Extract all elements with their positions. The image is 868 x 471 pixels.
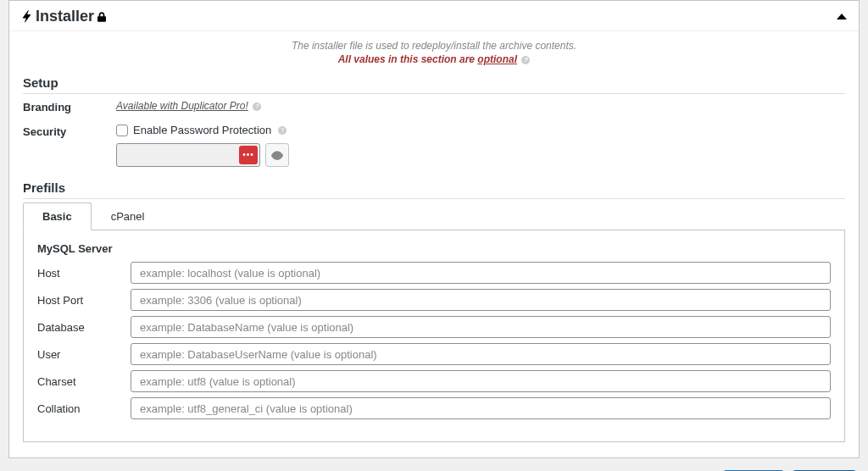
label-database: Database (37, 321, 131, 334)
password-toggle-visibility-button[interactable] (265, 143, 289, 167)
tab-cpanel[interactable]: cPanel (92, 202, 164, 230)
branding-label: Branding (23, 99, 116, 114)
prefills-tabs: Basic cPanel (23, 202, 845, 230)
security-row: Security Enable Password Protection ? ••… (23, 119, 845, 172)
label-host: Host (37, 267, 131, 280)
help-icon[interactable]: ? (253, 103, 261, 111)
dots-icon: ••• (242, 151, 254, 159)
panel-body: The installer file is used to redeploy/i… (9, 31, 859, 457)
eye-icon (271, 149, 283, 161)
security-value-wrap: Enable Password Protection ? ••• (116, 124, 845, 167)
help-icon[interactable]: ? (521, 56, 530, 64)
branding-row: Branding Available with Duplicator Pro! … (23, 94, 845, 119)
mysql-heading: MySQL Server (37, 242, 831, 255)
security-label: Security (23, 124, 116, 138)
panel-title: Installer (36, 8, 94, 25)
help-icon[interactable]: ? (278, 126, 287, 135)
footer-actions: Reset Next (0, 458, 868, 471)
collapse-caret-icon[interactable] (837, 14, 847, 19)
input-database[interactable] (131, 316, 831, 338)
info-text-2: All values in this section are optional … (23, 53, 845, 65)
lock-icon (97, 12, 106, 22)
row-collation: Collation (37, 397, 831, 419)
row-host: Host (37, 262, 831, 284)
panel-header[interactable]: Installer (9, 1, 859, 31)
input-user[interactable] (131, 343, 831, 365)
label-collation: Collation (37, 402, 131, 415)
branding-value-wrap: Available with Duplicator Pro! ? (116, 99, 845, 112)
enable-password-checkbox[interactable] (116, 125, 128, 136)
input-charset[interactable] (131, 370, 831, 392)
row-charset: Charset (37, 370, 831, 392)
branding-pro-link[interactable]: Available with Duplicator Pro! (116, 100, 248, 112)
panel-title-wrap: Installer (21, 8, 106, 25)
installer-panel: Installer The installer file is used to … (8, 0, 860, 458)
label-charset: Charset (37, 375, 131, 388)
row-user: User (37, 343, 831, 365)
tab-content-basic: MySQL Server Host Host Port Database Use… (23, 230, 845, 442)
input-host[interactable] (131, 262, 831, 284)
input-host-port[interactable] (131, 289, 831, 311)
row-host-port: Host Port (37, 289, 831, 311)
tab-basic[interactable]: Basic (23, 202, 92, 230)
prefills-heading: Prefills (23, 177, 845, 199)
info-text-2-emphasis: optional (477, 53, 517, 65)
label-user: User (37, 348, 131, 361)
input-collation[interactable] (131, 397, 831, 419)
password-generate-button[interactable]: ••• (239, 146, 258, 164)
password-input-wrap: ••• (116, 143, 260, 167)
row-database: Database (37, 316, 831, 338)
enable-password-label: Enable Password Protection (133, 124, 271, 136)
label-host-port: Host Port (37, 294, 131, 307)
info-text-2-prefix: All values in this section are (338, 53, 478, 65)
info-text-1: The installer file is used to redeploy/i… (23, 40, 845, 52)
setup-heading: Setup (23, 72, 845, 94)
bolt-icon (21, 10, 32, 24)
